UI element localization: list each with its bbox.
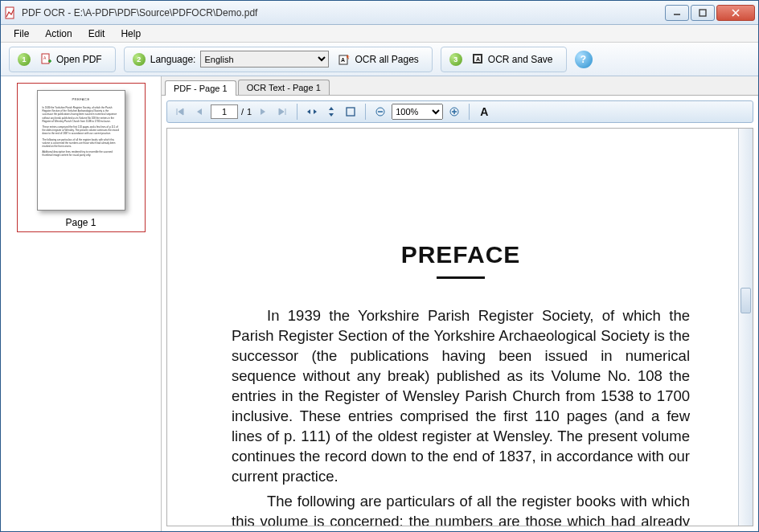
content-tabs: PDF - Page 1 OCR Text - Page 1 <box>162 76 758 96</box>
zoom-select[interactable]: 100% <box>392 104 443 120</box>
ocr-save-label: OCR and Save <box>488 54 553 65</box>
heading-rule <box>437 276 485 279</box>
title-bar: PDF OCR - E:\A-PDF\PDF\Source\PDFOCR\Dem… <box>1 1 758 25</box>
thumbnail-page-preview: PREFACE In 1939 the Yorkshire Parish Reg… <box>37 90 125 211</box>
total-pages: 1 <box>247 107 252 117</box>
ocr-all-icon: A <box>338 53 351 66</box>
toolbar-group-open: 1 A Open PDF <box>9 47 116 72</box>
document-paragraph-2: The following are particulars of all the… <box>232 492 690 526</box>
content-panel: PDF - Page 1 OCR Text - Page 1 / 1 100% … <box>162 76 758 531</box>
svg-text:A: A <box>476 56 480 62</box>
step-3-badge: 3 <box>449 53 462 66</box>
vertical-scrollbar[interactable] <box>738 129 753 526</box>
pdf-viewer[interactable]: PREFACE In 1939 the Yorkshire Parish Reg… <box>167 129 738 526</box>
menu-bar: File Action Edit Help <box>1 25 758 43</box>
page-toolbar: / 1 100% A <box>166 100 753 123</box>
tab-ocr-text[interactable]: OCR Text - Page 1 <box>238 80 330 95</box>
prev-page-button[interactable] <box>191 104 207 120</box>
svg-text:A: A <box>341 57 345 63</box>
document-paragraph-1: In 1939 the Yorkshire Parish Register So… <box>232 306 690 487</box>
toolbar-group-language: 2 Language: English A OCR all Pages <box>124 47 433 72</box>
current-page-input[interactable] <box>211 104 238 119</box>
viewer-wrapper: PREFACE In 1939 the Yorkshire Parish Reg… <box>166 128 753 526</box>
ocr-all-label: OCR all Pages <box>355 54 418 65</box>
open-pdf-icon: A <box>40 53 53 66</box>
menu-help[interactable]: Help <box>114 27 147 41</box>
thumbnail-item[interactable]: PREFACE In 1939 the Yorkshire Parish Reg… <box>17 83 146 232</box>
window-controls <box>665 5 755 21</box>
tab-pdf-page[interactable]: PDF - Page 1 <box>165 80 236 96</box>
thumbnail-panel: PREFACE In 1939 the Yorkshire Parish Reg… <box>1 76 162 531</box>
fit-height-button[interactable] <box>323 104 339 120</box>
open-pdf-button[interactable]: A Open PDF <box>35 51 107 68</box>
step-1-badge: 1 <box>18 53 31 66</box>
thumbnail-label: Page 1 <box>37 217 125 228</box>
text-tool-button[interactable]: A <box>476 104 492 120</box>
close-button[interactable] <box>716 5 755 21</box>
language-label: Language: <box>150 54 196 65</box>
main-toolbar: 1 A Open PDF 2 Language: English A OCR a… <box>1 43 758 76</box>
minimize-button[interactable] <box>665 5 689 21</box>
help-button[interactable]: ? <box>575 51 593 68</box>
open-pdf-label: Open PDF <box>56 54 102 65</box>
step-2-badge: 2 <box>133 53 146 66</box>
toolbar-group-save: 3 A OCR and Save <box>441 47 567 72</box>
fit-width-button[interactable] <box>304 104 320 120</box>
zoom-out-button[interactable] <box>372 104 388 120</box>
actual-size-button[interactable] <box>343 104 359 120</box>
zoom-in-button[interactable] <box>446 104 462 120</box>
first-page-button[interactable] <box>172 104 188 120</box>
page-separator: / <box>241 107 244 117</box>
menu-file[interactable]: File <box>7 27 35 41</box>
app-icon <box>4 6 17 19</box>
ocr-all-pages-button[interactable]: A OCR all Pages <box>334 51 423 68</box>
scrollbar-thumb[interactable] <box>741 288 751 313</box>
menu-edit[interactable]: Edit <box>82 27 112 41</box>
main-area: PREFACE In 1939 the Yorkshire Parish Reg… <box>1 76 758 531</box>
menu-action[interactable]: Action <box>39 27 78 41</box>
last-page-button[interactable] <box>274 104 290 120</box>
ocr-save-icon: A <box>472 53 485 66</box>
document-page: PREFACE In 1939 the Yorkshire Parish Reg… <box>167 129 738 526</box>
document-heading: PREFACE <box>232 241 690 268</box>
next-page-button[interactable] <box>255 104 271 120</box>
maximize-button[interactable] <box>691 5 715 21</box>
ocr-and-save-button[interactable]: A OCR and Save <box>467 51 558 68</box>
svg-rect-12 <box>347 108 355 116</box>
svg-rect-2 <box>700 10 706 16</box>
language-select[interactable]: English <box>200 51 329 68</box>
window-title: PDF OCR - E:\A-PDF\PDF\Source\PDFOCR\Dem… <box>22 7 665 18</box>
